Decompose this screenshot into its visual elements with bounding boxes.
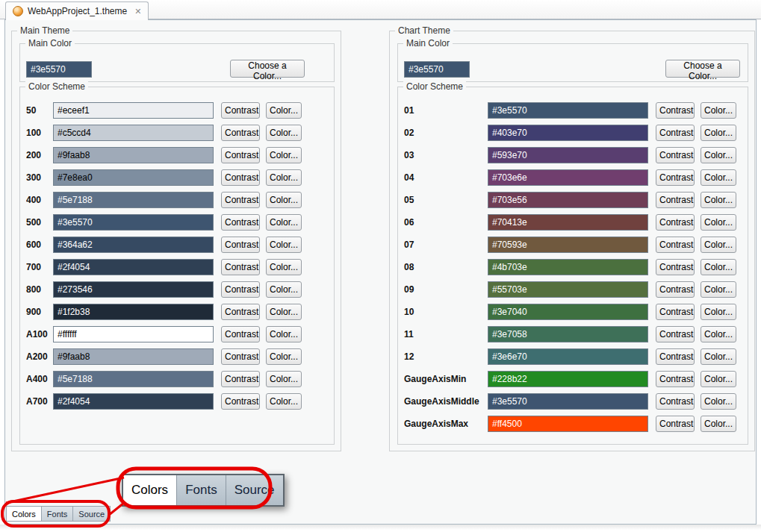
- color-field[interactable]: #3e5570: [488, 393, 648, 410]
- color-field[interactable]: #703e56: [488, 192, 648, 208]
- tab-colors[interactable]: Colors: [6, 506, 42, 522]
- color-dialog-button[interactable]: Color...: [266, 259, 302, 275]
- color-dialog-button[interactable]: Color...: [701, 102, 736, 119]
- color-field[interactable]: #593e70: [488, 147, 648, 163]
- color-field[interactable]: #eceef1: [53, 102, 214, 119]
- color-field[interactable]: #ffffff: [53, 326, 214, 342]
- color-field[interactable]: #3e5570: [53, 214, 214, 231]
- color-dialog-button[interactable]: Color...: [701, 169, 736, 186]
- tab-source[interactable]: Source: [73, 506, 111, 522]
- color-field[interactable]: #5e7188: [53, 192, 214, 208]
- color-dialog-button[interactable]: Color...: [266, 393, 302, 410]
- main-color-field[interactable]: #3e5570: [26, 61, 92, 78]
- color-dialog-button[interactable]: Color...: [701, 147, 736, 163]
- tab-fonts[interactable]: Fonts: [42, 506, 74, 522]
- editor-tab-theme-file[interactable]: WebAppProject_1.theme ✕: [5, 1, 149, 20]
- color-dialog-button[interactable]: Color...: [266, 214, 302, 231]
- color-field[interactable]: #3e7058: [488, 326, 648, 342]
- color-field[interactable]: #ff4500: [488, 416, 648, 432]
- color-field[interactable]: #70593e: [488, 237, 648, 253]
- contrast-button[interactable]: Contrast: [656, 147, 695, 163]
- color-dialog-button[interactable]: Color...: [701, 304, 736, 320]
- color-field[interactable]: #5e7188: [53, 371, 214, 387]
- contrast-button[interactable]: Contrast: [221, 237, 260, 253]
- choose-color-button[interactable]: Choose a Color...: [230, 60, 305, 78]
- contrast-button[interactable]: Contrast: [656, 393, 695, 410]
- contrast-button[interactable]: Contrast: [221, 125, 260, 141]
- color-dialog-button[interactable]: Color...: [266, 281, 302, 298]
- contrast-button[interactable]: Contrast: [221, 326, 260, 342]
- color-dialog-button[interactable]: Color...: [266, 147, 302, 163]
- color-dialog-button[interactable]: Color...: [266, 371, 302, 387]
- contrast-button[interactable]: Contrast: [221, 348, 260, 365]
- color-field[interactable]: #273546: [53, 281, 214, 298]
- contrast-button[interactable]: Contrast: [656, 281, 695, 298]
- color-field[interactable]: #4b703e: [488, 259, 648, 275]
- close-icon[interactable]: ✕: [134, 7, 141, 16]
- contrast-button[interactable]: Contrast: [656, 416, 695, 432]
- scheme-row: 02 #403e70 Contrast Color...: [404, 122, 745, 144]
- contrast-button[interactable]: Contrast: [656, 125, 695, 141]
- contrast-button[interactable]: Contrast: [221, 169, 260, 186]
- color-field[interactable]: #9faab8: [53, 147, 214, 163]
- chart-main-color-field[interactable]: #3e5570: [404, 61, 470, 78]
- contrast-button[interactable]: Contrast: [656, 259, 695, 275]
- chart-choose-color-button[interactable]: Choose a Color...: [665, 60, 740, 78]
- color-field[interactable]: #364a62: [53, 237, 214, 253]
- color-field[interactable]: #228b22: [488, 371, 648, 387]
- color-field[interactable]: #3e5570: [488, 102, 648, 119]
- color-dialog-button[interactable]: Color...: [701, 259, 736, 275]
- contrast-button[interactable]: Contrast: [221, 393, 260, 410]
- color-dialog-button[interactable]: Color...: [266, 348, 302, 365]
- contrast-button[interactable]: Contrast: [221, 259, 260, 275]
- contrast-button[interactable]: Contrast: [221, 304, 260, 320]
- color-dialog-button[interactable]: Color...: [701, 416, 736, 432]
- color-dialog-button[interactable]: Color...: [701, 125, 736, 141]
- contrast-button[interactable]: Contrast: [656, 192, 695, 208]
- contrast-button[interactable]: Contrast: [656, 102, 695, 119]
- contrast-button[interactable]: Contrast: [221, 371, 260, 387]
- color-dialog-button[interactable]: Color...: [701, 371, 736, 387]
- color-dialog-button[interactable]: Color...: [266, 102, 302, 119]
- color-dialog-button[interactable]: Color...: [701, 393, 736, 410]
- color-dialog-button[interactable]: Color...: [266, 192, 302, 208]
- contrast-button[interactable]: Contrast: [221, 192, 260, 208]
- color-field[interactable]: #2f4054: [53, 259, 214, 275]
- color-field[interactable]: #55703e: [488, 281, 648, 298]
- contrast-button[interactable]: Contrast: [656, 371, 695, 387]
- contrast-button[interactable]: Contrast: [656, 237, 695, 253]
- color-dialog-button[interactable]: Color...: [266, 326, 302, 342]
- contrast-button[interactable]: Contrast: [656, 348, 695, 365]
- color-field[interactable]: #7e8ea0: [53, 169, 214, 186]
- callout-tab-fonts: Fonts: [176, 475, 226, 505]
- contrast-button[interactable]: Contrast: [656, 214, 695, 231]
- color-field[interactable]: #1f2b38: [53, 304, 214, 320]
- color-field[interactable]: #703e6e: [488, 169, 648, 186]
- main-color-scheme-rows: 50 #eceef1 Contrast Color... 100 #c5ccd4…: [26, 99, 331, 413]
- color-dialog-button[interactable]: Color...: [266, 237, 302, 253]
- color-dialog-button[interactable]: Color...: [701, 326, 736, 342]
- color-field[interactable]: #403e70: [488, 125, 648, 141]
- color-dialog-button[interactable]: Color...: [266, 304, 302, 320]
- contrast-button[interactable]: Contrast: [656, 326, 695, 342]
- color-dialog-button[interactable]: Color...: [701, 214, 736, 231]
- contrast-button[interactable]: Contrast: [221, 147, 260, 163]
- color-field[interactable]: #70413e: [488, 214, 648, 231]
- contrast-button[interactable]: Contrast: [221, 281, 260, 298]
- color-dialog-button[interactable]: Color...: [266, 169, 302, 186]
- color-field[interactable]: #3e7040: [488, 304, 648, 320]
- contrast-button[interactable]: Contrast: [221, 102, 260, 119]
- color-dialog-button[interactable]: Color...: [266, 125, 302, 141]
- contrast-button[interactable]: Contrast: [656, 304, 695, 320]
- color-field[interactable]: #2f4054: [53, 393, 214, 410]
- color-field[interactable]: #3e6e70: [488, 348, 648, 365]
- color-dialog-button[interactable]: Color...: [701, 281, 736, 298]
- color-field[interactable]: #9faab8: [53, 348, 214, 365]
- contrast-button[interactable]: Contrast: [221, 214, 260, 231]
- color-field[interactable]: #c5ccd4: [53, 125, 214, 141]
- scheme-row-label: 08: [404, 262, 488, 272]
- color-dialog-button[interactable]: Color...: [701, 237, 736, 253]
- color-dialog-button[interactable]: Color...: [701, 192, 736, 208]
- contrast-button[interactable]: Contrast: [656, 169, 695, 186]
- color-dialog-button[interactable]: Color...: [701, 348, 736, 365]
